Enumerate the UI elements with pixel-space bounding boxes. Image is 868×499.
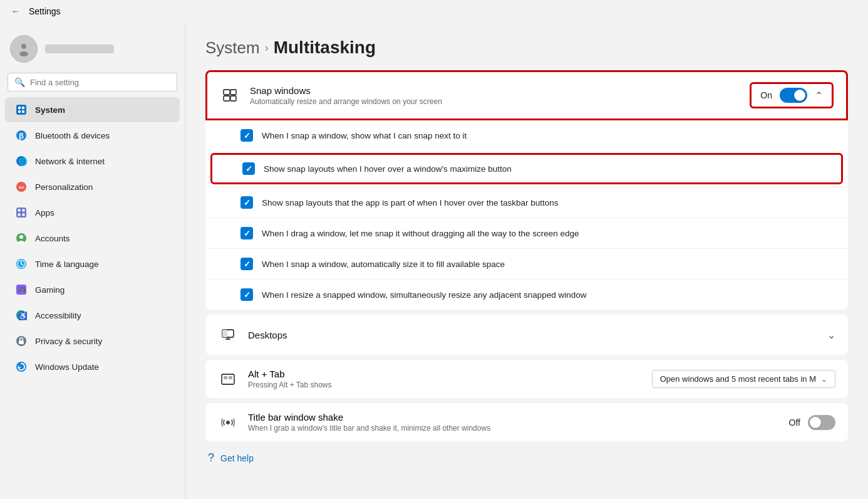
checkbox-item-cb3: ✓ Show snap layouts that the app is part… (205, 187, 848, 218)
svg-rect-32 (224, 90, 230, 95)
snap-toggle-thumb (794, 90, 805, 101)
get-help-row[interactable]: ? Get help (205, 451, 848, 465)
get-help-icon: ? (208, 451, 214, 465)
svg-rect-6 (22, 110, 24, 113)
alt-tab-dropdown[interactable]: Open windows and 5 most recent tabs in M… (652, 370, 835, 388)
bluetooth-icon: β (15, 129, 28, 142)
svg-rect-30 (19, 340, 24, 344)
titlebar-shake-toggle-switch[interactable] (808, 415, 835, 430)
checkbox-cb4[interactable]: ✓ (240, 227, 253, 239)
titlebar-shake-text: Title bar window shake When I grab a win… (248, 412, 779, 433)
sidebar-item-label-personalization: Personalization (35, 182, 93, 192)
checkbox-list: ✓ When I snap a window, show what I can … (205, 120, 848, 310)
checkbox-label-cb1: When I snap a window, show what I can sn… (262, 131, 467, 140)
svg-rect-17 (23, 214, 25, 216)
alt-tab-dropdown-chevron: ⌄ (821, 375, 827, 384)
desktops-title: Desktops (248, 330, 817, 340)
svg-text:🎮: 🎮 (18, 285, 26, 294)
checkbox-cb6[interactable]: ✓ (240, 288, 253, 301)
svg-rect-33 (230, 90, 236, 95)
avatar (10, 35, 38, 63)
sidebar-item-apps[interactable]: Apps (5, 200, 180, 225)
snap-windows-icon (220, 85, 240, 105)
sidebar-item-time[interactable]: Time & language (5, 251, 180, 276)
sidebar-nav: System β Bluetooth & devices 🌐 Network &… (0, 97, 185, 380)
snap-section-chevron[interactable]: ⌃ (815, 90, 823, 102)
personalization-icon: ✏ (15, 181, 28, 193)
titlebar-shake-controls: Off (789, 415, 835, 430)
alt-tab-dropdown-value: Open windows and 5 most recent tabs in M (660, 374, 816, 384)
sidebar: 🔍 System β Bluetooth & devices 🌐 Network… (0, 23, 185, 499)
checkbox-label-cb5: When I snap a window, automatically size… (262, 260, 505, 269)
titlebar-shake-subtitle: When I grab a window's title bar and sha… (248, 424, 779, 433)
checkmark-icon: ✓ (244, 260, 251, 269)
snap-toggle-switch[interactable] (780, 88, 807, 103)
checkmark-icon: ✓ (244, 290, 251, 300)
checkbox-cb2[interactable]: ✓ (242, 162, 255, 175)
snap-windows-header[interactable]: Snap windows Automatically resize and ar… (205, 70, 848, 120)
alt-tab-text: Alt + Tab Pressing Alt + Tab shows (248, 369, 642, 389)
sidebar-item-network[interactable]: 🌐 Network & internet (5, 149, 180, 174)
checkbox-label-cb2: Show snap layouts when I hover over a wi… (264, 164, 512, 174)
checkbox-label-cb3: Show snap layouts that the app is part o… (262, 198, 559, 207)
checkbox-item-cb6: ✓ When I resize a snapped window, simult… (205, 279, 848, 310)
alt-tab-row: Alt + Tab Pressing Alt + Tab shows Open … (205, 360, 848, 398)
svg-rect-14 (18, 209, 21, 212)
checkmark-icon: ✓ (244, 229, 251, 238)
checkbox-item-cb1: ✓ When I snap a window, show what I can … (205, 120, 848, 150)
titlebar-shake-toggle-thumb (810, 417, 821, 428)
apps-icon (15, 206, 28, 219)
sidebar-item-personalization[interactable]: ✏ Personalization (5, 174, 180, 199)
snap-toggle-label: On (760, 90, 772, 100)
system-icon (15, 103, 28, 116)
checkbox-label-cb6: When I resize a snapped window, simultan… (262, 290, 587, 300)
snap-checkboxes: ✓ When I snap a window, show what I can … (205, 120, 848, 310)
desktops-row[interactable]: Desktops ⌄ (205, 315, 848, 355)
checkbox-cb3[interactable]: ✓ (240, 196, 253, 209)
back-button[interactable]: ← (8, 4, 24, 19)
search-input[interactable] (30, 78, 170, 87)
sidebar-item-accessibility[interactable]: ♿ Accessibility (5, 303, 180, 328)
checkmark-icon: ✓ (244, 131, 251, 140)
snap-windows-text: Snap windows Automatically resize and ar… (250, 85, 740, 106)
sidebar-item-label-system: System (35, 105, 65, 115)
svg-rect-40 (222, 374, 234, 384)
checkbox-label-cb4: When I drag a window, let me snap it wit… (262, 229, 579, 238)
accessibility-icon: ♿ (15, 309, 28, 322)
breadcrumb-separator: › (265, 41, 269, 55)
svg-rect-35 (230, 96, 236, 101)
svg-rect-5 (18, 110, 21, 113)
sidebar-item-label-privacy: Privacy & security (35, 337, 102, 346)
sidebar-item-accounts[interactable]: Accounts (5, 226, 180, 251)
sidebar-item-label-accessibility: Accessibility (35, 311, 81, 320)
snap-windows-subtitle: Automatically resize and arrange windows… (250, 97, 740, 106)
checkbox-cb1[interactable]: ✓ (240, 129, 253, 142)
sidebar-item-label-bluetooth: Bluetooth & devices (35, 131, 110, 140)
titlebar-shake-icon (218, 412, 238, 433)
svg-rect-3 (18, 107, 21, 109)
username-placeholder (45, 45, 114, 53)
sidebar-item-privacy[interactable]: Privacy & security (5, 328, 180, 354)
checkmark-icon: ✓ (244, 198, 251, 207)
desktops-chevron: ⌄ (827, 329, 835, 341)
get-help-text[interactable]: Get help (220, 453, 254, 463)
search-box[interactable]: 🔍 (8, 73, 177, 92)
titlebar-shake-row: Title bar window shake When I grab a win… (205, 403, 848, 441)
sidebar-item-bluetooth[interactable]: β Bluetooth & devices (5, 123, 180, 148)
alt-tab-title: Alt + Tab (248, 369, 642, 379)
update-icon (15, 360, 28, 373)
sidebar-item-system[interactable]: System (5, 97, 180, 122)
desktops-icon (218, 325, 238, 345)
svg-point-43 (226, 421, 230, 424)
sidebar-item-gaming[interactable]: 🎮 Gaming (5, 277, 180, 302)
svg-rect-4 (22, 107, 24, 109)
titlebar-shake-title: Title bar window shake (248, 412, 779, 423)
svg-rect-2 (16, 105, 26, 115)
checkbox-cb5[interactable]: ✓ (240, 258, 253, 270)
search-icon: 🔍 (14, 77, 25, 87)
page-title: Multitasking (274, 38, 376, 58)
time-icon (15, 258, 28, 270)
checkmark-icon: ✓ (245, 164, 252, 174)
breadcrumb-system[interactable]: System (205, 38, 260, 58)
sidebar-item-update[interactable]: Windows Update (5, 354, 180, 379)
